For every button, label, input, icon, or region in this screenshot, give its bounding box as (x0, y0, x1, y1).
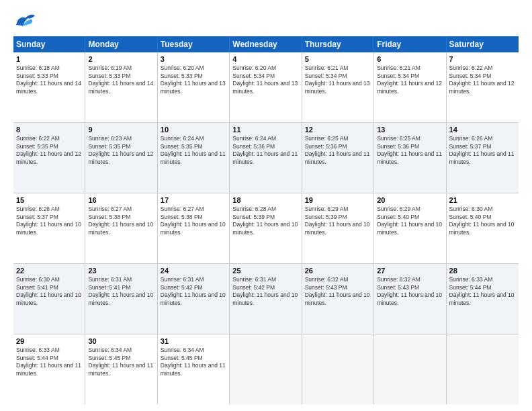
header-day-wednesday: Wednesday (230, 36, 302, 52)
day-cell-11: 11 Sunrise: 6:24 AMSunset: 5:36 PMDaylig… (230, 123, 302, 193)
day-cell-16: 16 Sunrise: 6:27 AMSunset: 5:38 PMDaylig… (85, 193, 157, 263)
day-number: 28 (449, 266, 516, 275)
day-number: 8 (16, 125, 82, 134)
header-day-monday: Monday (85, 36, 157, 52)
calendar-body: 1 Sunrise: 6:18 AMSunset: 5:33 PMDayligh… (13, 52, 519, 404)
day-cell-12: 12 Sunrise: 6:25 AMSunset: 5:36 PMDaylig… (302, 123, 374, 193)
day-cell-20: 20 Sunrise: 6:29 AMSunset: 5:40 PMDaylig… (374, 193, 446, 263)
day-number: 27 (377, 266, 443, 275)
empty-cell (230, 334, 302, 404)
cell-info: Sunrise: 6:27 AMSunset: 5:38 PMDaylight:… (88, 205, 154, 236)
day-cell-28: 28 Sunrise: 6:33 AMSunset: 5:44 PMDaylig… (447, 264, 519, 334)
header-day-thursday: Thursday (302, 36, 374, 52)
day-number: 3 (161, 54, 226, 64)
cell-info: Sunrise: 6:24 AMSunset: 5:36 PMDaylight:… (232, 135, 298, 166)
logo (13, 11, 40, 30)
day-number: 5 (305, 54, 371, 64)
calendar-header: SundayMondayTuesdayWednesdayThursdayFrid… (13, 36, 519, 52)
cell-info: Sunrise: 6:30 AMSunset: 5:41 PMDaylight:… (16, 276, 82, 307)
day-number: 26 (305, 266, 371, 275)
cell-info: Sunrise: 6:33 AMSunset: 5:44 PMDaylight:… (16, 347, 82, 377)
day-cell-13: 13 Sunrise: 6:25 AMSunset: 5:36 PMDaylig… (374, 123, 446, 193)
day-cell-25: 25 Sunrise: 6:31 AMSunset: 5:42 PMDaylig… (230, 264, 302, 334)
day-number: 22 (16, 266, 82, 275)
day-number: 20 (377, 195, 443, 205)
day-cell-5: 5 Sunrise: 6:21 AMSunset: 5:34 PMDayligh… (302, 52, 374, 122)
week-row-3: 15 Sunrise: 6:26 AMSunset: 5:37 PMDaylig… (13, 193, 519, 264)
day-number: 6 (377, 54, 443, 64)
empty-cell (374, 334, 446, 404)
day-number: 24 (161, 266, 226, 275)
day-number: 2 (88, 54, 154, 64)
calendar: SundayMondayTuesdayWednesdayThursdayFrid… (13, 36, 519, 404)
day-number: 9 (88, 125, 154, 134)
day-number: 30 (88, 336, 154, 346)
cell-info: Sunrise: 6:32 AMSunset: 5:43 PMDaylight:… (305, 276, 371, 307)
logo-icon (13, 11, 38, 30)
day-cell-31: 31 Sunrise: 6:34 AMSunset: 5:45 PMDaylig… (158, 334, 230, 404)
header-day-saturday: Saturday (447, 36, 519, 52)
day-cell-29: 29 Sunrise: 6:33 AMSunset: 5:44 PMDaylig… (13, 334, 85, 404)
day-number: 4 (232, 54, 298, 64)
cell-info: Sunrise: 6:29 AMSunset: 5:40 PMDaylight:… (377, 205, 443, 236)
cell-info: Sunrise: 6:20 AMSunset: 5:33 PMDaylight:… (161, 64, 226, 95)
day-number: 17 (161, 195, 226, 205)
cell-info: Sunrise: 6:25 AMSunset: 5:36 PMDaylight:… (377, 135, 443, 166)
day-cell-23: 23 Sunrise: 6:31 AMSunset: 5:41 PMDaylig… (85, 264, 157, 334)
day-cell-21: 21 Sunrise: 6:30 AMSunset: 5:40 PMDaylig… (447, 193, 519, 263)
day-cell-4: 4 Sunrise: 6:20 AMSunset: 5:34 PMDayligh… (230, 52, 302, 122)
day-number: 15 (16, 195, 82, 205)
cell-info: Sunrise: 6:31 AMSunset: 5:41 PMDaylight:… (88, 276, 154, 307)
day-number: 14 (449, 125, 516, 134)
day-cell-1: 1 Sunrise: 6:18 AMSunset: 5:33 PMDayligh… (13, 52, 85, 122)
cell-info: Sunrise: 6:31 AMSunset: 5:42 PMDaylight:… (161, 276, 226, 307)
cell-info: Sunrise: 6:21 AMSunset: 5:34 PMDaylight:… (377, 64, 443, 95)
day-cell-6: 6 Sunrise: 6:21 AMSunset: 5:34 PMDayligh… (374, 52, 446, 122)
day-number: 23 (88, 266, 154, 275)
cell-info: Sunrise: 6:28 AMSunset: 5:39 PMDaylight:… (232, 205, 298, 236)
week-row-2: 8 Sunrise: 6:22 AMSunset: 5:35 PMDayligh… (13, 123, 519, 193)
day-number: 7 (449, 54, 516, 64)
cell-info: Sunrise: 6:21 AMSunset: 5:34 PMDaylight:… (305, 64, 371, 95)
cell-info: Sunrise: 6:22 AMSunset: 5:35 PMDaylight:… (16, 135, 82, 166)
day-cell-3: 3 Sunrise: 6:20 AMSunset: 5:33 PMDayligh… (158, 52, 230, 122)
day-cell-14: 14 Sunrise: 6:26 AMSunset: 5:37 PMDaylig… (447, 123, 519, 193)
cell-info: Sunrise: 6:19 AMSunset: 5:33 PMDaylight:… (88, 64, 154, 95)
cell-info: Sunrise: 6:34 AMSunset: 5:45 PMDaylight:… (88, 347, 154, 377)
day-cell-15: 15 Sunrise: 6:26 AMSunset: 5:37 PMDaylig… (13, 193, 85, 263)
day-cell-26: 26 Sunrise: 6:32 AMSunset: 5:43 PMDaylig… (302, 264, 374, 334)
day-cell-2: 2 Sunrise: 6:19 AMSunset: 5:33 PMDayligh… (85, 52, 157, 122)
cell-info: Sunrise: 6:23 AMSunset: 5:35 PMDaylight:… (88, 135, 154, 166)
day-cell-19: 19 Sunrise: 6:29 AMSunset: 5:39 PMDaylig… (302, 193, 374, 263)
day-number: 25 (232, 266, 298, 275)
day-cell-9: 9 Sunrise: 6:23 AMSunset: 5:35 PMDayligh… (85, 123, 157, 193)
day-cell-8: 8 Sunrise: 6:22 AMSunset: 5:35 PMDayligh… (13, 123, 85, 193)
cell-info: Sunrise: 6:33 AMSunset: 5:44 PMDaylight:… (449, 276, 516, 307)
page: SundayMondayTuesdayWednesdayThursdayFrid… (0, 0, 532, 411)
day-cell-24: 24 Sunrise: 6:31 AMSunset: 5:42 PMDaylig… (158, 264, 230, 334)
day-cell-10: 10 Sunrise: 6:24 AMSunset: 5:35 PMDaylig… (158, 123, 230, 193)
day-number: 16 (88, 195, 154, 205)
header-day-tuesday: Tuesday (158, 36, 230, 52)
day-cell-18: 18 Sunrise: 6:28 AMSunset: 5:39 PMDaylig… (230, 193, 302, 263)
week-row-5: 29 Sunrise: 6:33 AMSunset: 5:44 PMDaylig… (13, 334, 519, 404)
day-number: 29 (16, 336, 82, 346)
day-number: 10 (161, 125, 226, 134)
cell-info: Sunrise: 6:18 AMSunset: 5:33 PMDaylight:… (16, 64, 82, 95)
cell-info: Sunrise: 6:30 AMSunset: 5:40 PMDaylight:… (449, 205, 516, 236)
day-cell-30: 30 Sunrise: 6:34 AMSunset: 5:45 PMDaylig… (85, 334, 157, 404)
empty-cell (447, 334, 519, 404)
cell-info: Sunrise: 6:31 AMSunset: 5:42 PMDaylight:… (232, 276, 298, 307)
cell-info: Sunrise: 6:26 AMSunset: 5:37 PMDaylight:… (449, 135, 516, 166)
cell-info: Sunrise: 6:25 AMSunset: 5:36 PMDaylight:… (305, 135, 371, 166)
day-number: 19 (305, 195, 371, 205)
cell-info: Sunrise: 6:34 AMSunset: 5:45 PMDaylight:… (161, 347, 226, 377)
day-number: 12 (305, 125, 371, 134)
cell-info: Sunrise: 6:20 AMSunset: 5:34 PMDaylight:… (232, 64, 298, 95)
day-number: 1 (16, 54, 82, 64)
cell-info: Sunrise: 6:32 AMSunset: 5:43 PMDaylight:… (377, 276, 443, 307)
day-number: 13 (377, 125, 443, 134)
cell-info: Sunrise: 6:26 AMSunset: 5:37 PMDaylight:… (16, 205, 82, 236)
day-cell-22: 22 Sunrise: 6:30 AMSunset: 5:41 PMDaylig… (13, 264, 85, 334)
week-row-4: 22 Sunrise: 6:30 AMSunset: 5:41 PMDaylig… (13, 264, 519, 334)
